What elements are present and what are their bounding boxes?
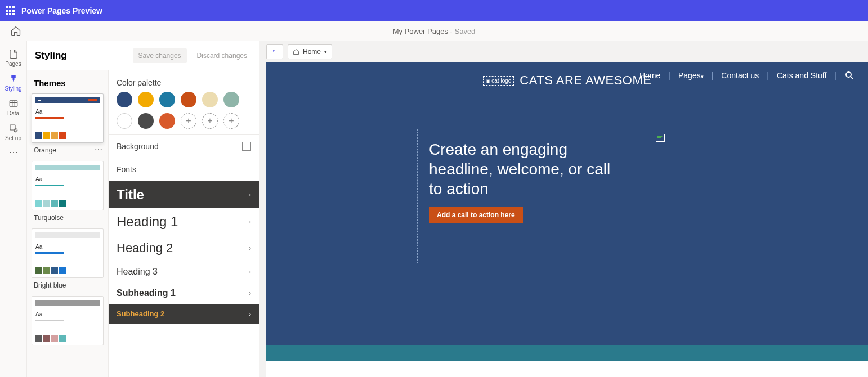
palette-swatch[interactable] [223, 92, 239, 107]
chevron-right-icon: › [249, 191, 251, 199]
home-icon[interactable] [10, 25, 21, 37]
chevron-right-icon: › [249, 268, 251, 276]
cta-button[interactable]: Add a call to action here [429, 207, 523, 223]
font-row-heading2[interactable]: Heading 2› [109, 235, 259, 261]
add-color-button[interactable]: + [202, 113, 218, 129]
hero-image-block[interactable] [651, 129, 851, 263]
chevron-right-icon: › [249, 244, 251, 252]
style-detail-panel: Color palette + + + Background [109, 70, 259, 377]
rail-more[interactable]: ⋯ [9, 147, 18, 158]
expand-icon [271, 48, 278, 55]
app-header: Power Pages Preview [0, 0, 868, 21]
site-title[interactable]: CATS ARE AWESOME [520, 73, 651, 88]
caret-down-icon: ▾ [701, 74, 704, 79]
font-row-subheading2[interactable]: Subheading 2› [109, 304, 259, 324]
hero-headline[interactable]: Create an engaging headline, welcome, or… [429, 140, 616, 199]
status-bar: My Power Pages - Saved [0, 21, 868, 41]
theme-card-orange[interactable]: Aa Orange ⋯ [32, 93, 104, 154]
svg-rect-0 [10, 101, 17, 107]
color-palette-label: Color palette [109, 70, 259, 92]
color-palette: + + + [109, 92, 259, 134]
add-color-button[interactable]: + [181, 113, 196, 129]
theme-card-turquoise[interactable]: Aa Turquoise [32, 161, 104, 222]
search-icon[interactable] [844, 70, 854, 80]
canvas-area: Home ▾ ▣ cat logo CATS ARE AWESOME Home|… [259, 41, 868, 377]
font-row-title[interactable]: Title› [109, 181, 259, 208]
app-title: Power Pages Preview [21, 6, 102, 15]
nav-pages[interactable]: Pages▾ [678, 71, 704, 80]
theme-card-bright-blue[interactable]: Aa Bright blue [32, 228, 104, 289]
font-row-subheading1[interactable]: Subheading 1› [109, 282, 259, 304]
home-icon [293, 48, 299, 55]
site-nav: Home| Pages▾| Contact us| Cats and Stuff… [639, 70, 854, 80]
palette-swatch[interactable] [202, 92, 218, 107]
rail-pages[interactable]: Pages [0, 46, 26, 70]
themes-panel: Themes Aa Orange ⋯ [27, 70, 109, 377]
palette-swatch[interactable] [117, 113, 132, 129]
palette-swatch[interactable] [159, 92, 175, 107]
font-row-heading3[interactable]: Heading 3› [109, 261, 259, 282]
themes-label: Themes [27, 70, 108, 93]
app-launcher-icon[interactable] [6, 6, 15, 15]
hero-text-block[interactable]: Create an engaging headline, welcome, or… [417, 129, 628, 263]
nav-contact[interactable]: Contact us [721, 71, 759, 80]
broken-image-icon [656, 134, 665, 142]
fonts-label: Fonts [109, 158, 259, 181]
chevron-down-icon: ▾ [324, 49, 327, 55]
palette-swatch[interactable] [138, 92, 154, 107]
save-changes-button[interactable]: Save changes [133, 48, 187, 63]
chevron-right-icon: › [249, 310, 251, 318]
palette-swatch[interactable] [117, 92, 132, 107]
background-checkbox[interactable] [242, 142, 251, 151]
palette-swatch[interactable] [181, 92, 196, 107]
hero-section: ▣ cat logo CATS ARE AWESOME Home| Pages▾… [266, 62, 868, 345]
expand-button[interactable] [266, 44, 283, 59]
add-color-button[interactable]: + [223, 113, 239, 129]
theme-card-4[interactable]: Aa [32, 296, 104, 345]
rail-setup[interactable]: Set up [0, 120, 26, 145]
svg-point-3 [846, 72, 851, 77]
chevron-right-icon: › [249, 218, 251, 226]
panel-title: Styling [27, 41, 109, 70]
rail-styling[interactable]: Styling [0, 70, 26, 95]
font-row-heading1[interactable]: Heading 1› [109, 208, 259, 235]
rail-data[interactable]: Data [0, 95, 26, 120]
nav-home[interactable]: Home [639, 71, 660, 80]
palette-swatch[interactable] [138, 113, 154, 129]
preview-canvas: ▣ cat logo CATS ARE AWESOME Home| Pages▾… [266, 62, 868, 377]
table-icon [8, 98, 19, 109]
left-nav-rail: Pages Styling Data Set up ⋯ [0, 41, 27, 377]
brush-icon [8, 74, 19, 84]
site-header: ▣ cat logo CATS ARE AWESOME Home| Pages▾… [266, 62, 868, 94]
file-icon [8, 49, 19, 59]
nav-cats[interactable]: Cats and Stuff [777, 71, 826, 80]
chevron-right-icon: › [249, 289, 251, 297]
palette-swatch[interactable] [159, 113, 175, 129]
gear-icon [8, 123, 19, 133]
background-row[interactable]: Background [109, 134, 259, 158]
breadcrumb-home[interactable]: Home ▾ [288, 44, 332, 59]
divider-bar [266, 345, 868, 361]
discard-changes-button[interactable]: Discard changes [191, 48, 253, 63]
logo-placeholder[interactable]: ▣ cat logo [483, 76, 514, 86]
save-state: - Saved [448, 27, 475, 35]
site-status: My Power Pages - Saved [393, 27, 476, 35]
site-name: My Power Pages [393, 27, 448, 35]
theme-more-icon[interactable]: ⋯ [95, 145, 102, 154]
